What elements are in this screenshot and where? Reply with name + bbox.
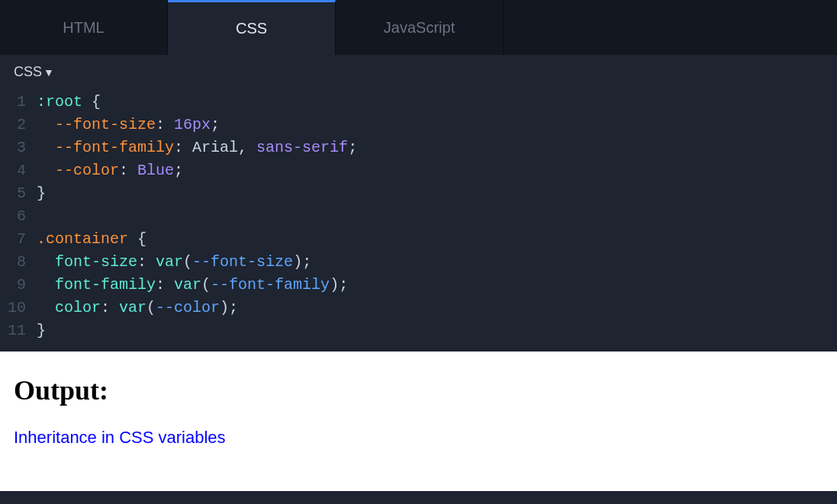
line-number: 10 bbox=[0, 297, 37, 319]
line-number: 7 bbox=[0, 228, 37, 251]
tab-css[interactable]: CSS bbox=[168, 0, 336, 55]
code-editor[interactable]: 1:root {2 --font-size: 16px;3 --font-fam… bbox=[0, 86, 837, 352]
line-number: 11 bbox=[0, 319, 37, 342]
line-number: 4 bbox=[0, 159, 37, 182]
line-number: 3 bbox=[0, 136, 37, 159]
code-content[interactable]: } bbox=[37, 182, 46, 205]
code-line[interactable]: 7.container { bbox=[0, 228, 837, 251]
code-content[interactable]: .container { bbox=[37, 228, 146, 251]
code-line[interactable]: 9 font-family: var(--font-family); bbox=[0, 274, 837, 297]
code-content[interactable]: :root { bbox=[37, 91, 101, 114]
line-number: 1 bbox=[0, 91, 37, 114]
code-content[interactable]: color: var(--color); bbox=[37, 297, 238, 319]
code-line[interactable]: 6 bbox=[0, 205, 837, 228]
code-content[interactable]: --color: Blue; bbox=[37, 159, 183, 182]
output-heading: Output: bbox=[14, 374, 823, 406]
code-line[interactable]: 10 color: var(--color); bbox=[0, 297, 837, 319]
code-content[interactable]: font-family: var(--font-family); bbox=[37, 274, 348, 297]
line-number: 9 bbox=[0, 274, 37, 297]
code-content[interactable]: --font-family: Arial, sans-serif; bbox=[37, 136, 357, 159]
tab-html[interactable]: HTML bbox=[0, 0, 168, 55]
code-content[interactable]: } bbox=[37, 319, 46, 342]
code-content[interactable]: font-size: var(--font-size); bbox=[37, 251, 311, 274]
code-line[interactable]: 3 --font-family: Arial, sans-serif; bbox=[0, 136, 837, 159]
code-line[interactable]: 1:root { bbox=[0, 91, 837, 114]
code-line[interactable]: 5} bbox=[0, 182, 837, 205]
code-line[interactable]: 4 --color: Blue; bbox=[0, 159, 837, 182]
code-line[interactable]: 2 --font-size: 16px; bbox=[0, 114, 837, 136]
line-number: 6 bbox=[0, 205, 37, 228]
code-line[interactable]: 8 font-size: var(--font-size); bbox=[0, 251, 837, 274]
tab-javascript[interactable]: JavaScript bbox=[336, 0, 504, 55]
panel-language-label: CSS bbox=[14, 64, 42, 80]
line-number: 8 bbox=[0, 251, 37, 274]
output-body-text: Inheritance in CSS variables bbox=[14, 428, 823, 448]
panel-language-dropdown[interactable]: CSS ▼ bbox=[0, 55, 837, 86]
tab-bar: HTML CSS JavaScript bbox=[0, 0, 837, 55]
code-line[interactable]: 11} bbox=[0, 319, 837, 342]
line-number: 2 bbox=[0, 114, 37, 136]
output-panel: Output: Inheritance in CSS variables bbox=[0, 352, 837, 491]
chevron-down-icon: ▼ bbox=[43, 66, 54, 79]
code-content[interactable]: --font-size: 16px; bbox=[37, 114, 220, 136]
line-number: 5 bbox=[0, 182, 37, 205]
